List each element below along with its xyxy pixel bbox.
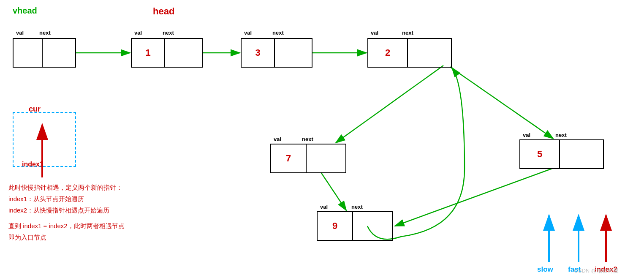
col-next-vhead: next [39,30,51,36]
text-line-3: index2：从快慢指针相遇点开始遍历 [8,204,125,216]
col-next-1: next [163,30,174,36]
node-5: 5 [519,139,604,169]
col-val-3: val [244,30,252,36]
node-2: 2 [367,38,452,68]
index1-label: index1 [22,161,43,168]
text-line-1: 此时快慢指针相遇，定义两个新的指针： [8,182,125,193]
col-next-7: next [302,136,313,142]
col-val-5: val [523,132,530,138]
node-9: 9 [317,211,393,241]
vhead-node [13,38,76,68]
col-val-vhead: val [16,30,24,36]
node-3: 3 [241,38,312,68]
watermark: CSDN @桔柚树夏 [574,267,619,275]
col-next-3: next [272,30,284,36]
col-next-5: next [555,132,567,138]
col-val-9: val [320,204,328,210]
description-text: 此时快慢指针相遇，定义两个新的指针： index1：从头节点开始遍历 index… [8,182,125,243]
cur-dashed-box [13,112,76,167]
col-next-9: next [351,204,363,210]
node-7: 7 [270,144,346,173]
col-val-7: val [274,136,281,142]
col-next-2: next [402,30,413,36]
svg-line-8 [450,67,553,139]
vhead-label: vhead [13,6,37,16]
text-line-5: 直到 index1 = index2，此时两者相遇节点 [8,220,125,232]
slow-label: slow [537,265,553,274]
col-val-1: val [134,30,142,36]
node-1: 1 [131,38,203,68]
head-label: head [153,6,174,17]
svg-line-10 [395,168,553,226]
text-line-6: 即为入口节点 [8,232,125,243]
col-val-2: val [371,30,378,36]
text-line-2: index1：从头节点开始遍历 [8,193,125,204]
svg-line-7 [336,65,443,143]
